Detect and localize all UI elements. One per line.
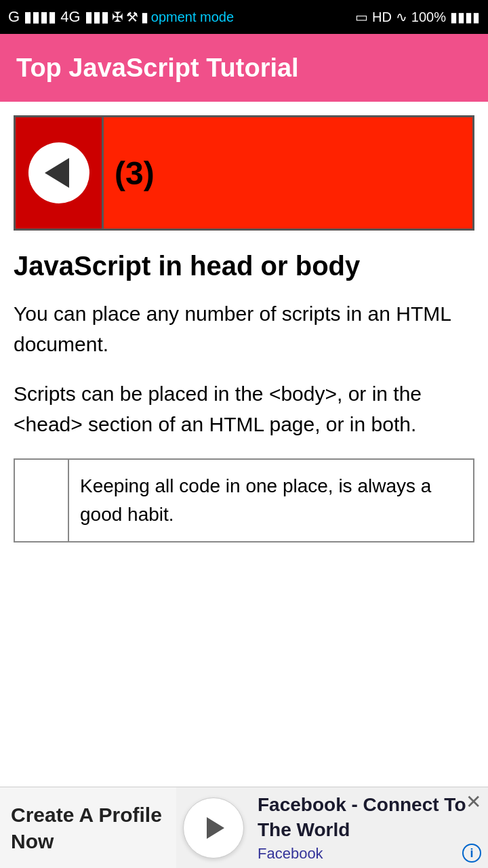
- wrench-icon: ⚒: [126, 9, 138, 25]
- episode-label: (3): [115, 155, 155, 192]
- ad-banner[interactable]: Create A Profile Now Facebook - Connect …: [0, 787, 488, 868]
- lesson-heading: JavaScript in head or body: [14, 250, 474, 282]
- dev-mode-text: opment mode: [151, 9, 234, 25]
- battery-text: 100%: [411, 9, 446, 25]
- play-back-icon: [45, 158, 69, 188]
- status-right: ▭ HD ∿ 100% ▮▮▮▮: [355, 9, 480, 25]
- info-box-text: Keeping all code in one place, is always…: [69, 460, 473, 541]
- sim-icon: ▮: [141, 9, 148, 25]
- lesson-paragraph-1: You can place any number of scripts in a…: [14, 298, 474, 359]
- app-title: Top JavaScript Tutorial: [16, 54, 299, 83]
- ad-cta-area[interactable]: Create A Profile Now: [0, 787, 176, 869]
- ad-main-text: Facebook - Connect To The World: [258, 793, 481, 842]
- signal-text: G ▮▮▮▮ 4G ▮▮▮: [8, 8, 109, 26]
- status-bar: G ▮▮▮▮ 4G ▮▮▮ ✠ ⚒ ▮ opment mode ▭ HD ∿ 1…: [0, 0, 488, 34]
- ad-content-area[interactable]: Facebook - Connect To The World Facebook: [251, 786, 488, 868]
- ad-sub-text: Facebook: [258, 845, 323, 863]
- play-button-area[interactable]: [16, 117, 104, 229]
- info-box-icon-area: [15, 460, 69, 541]
- hd-text: HD: [372, 9, 392, 25]
- usb-icon: ✠: [112, 9, 123, 25]
- battery-icon: ▮▮▮▮: [450, 9, 480, 25]
- ad-arrow-button[interactable]: [183, 797, 244, 859]
- ad-arrow-icon: [207, 817, 224, 839]
- play-icon-circle[interactable]: [28, 142, 89, 203]
- media-box[interactable]: (3): [14, 115, 474, 231]
- main-content: (3) JavaScript in head or body You can p…: [0, 102, 488, 542]
- screen-icon: ▭: [355, 9, 368, 25]
- info-box: Keeping all code in one place, is always…: [14, 458, 474, 542]
- status-left: G ▮▮▮▮ 4G ▮▮▮ ✠ ⚒ ▮ opment mode: [8, 8, 234, 26]
- wifi-icon: ∿: [396, 9, 407, 25]
- lesson-paragraph-2: Scripts can be placed in the <body>, or …: [14, 378, 474, 439]
- ad-info-button[interactable]: i: [462, 844, 481, 863]
- ad-close-button[interactable]: ✕: [466, 793, 481, 812]
- episode-label-area: (3): [104, 117, 472, 229]
- ad-cta-text: Create A Profile Now: [11, 802, 165, 854]
- app-header: Top JavaScript Tutorial: [0, 34, 488, 102]
